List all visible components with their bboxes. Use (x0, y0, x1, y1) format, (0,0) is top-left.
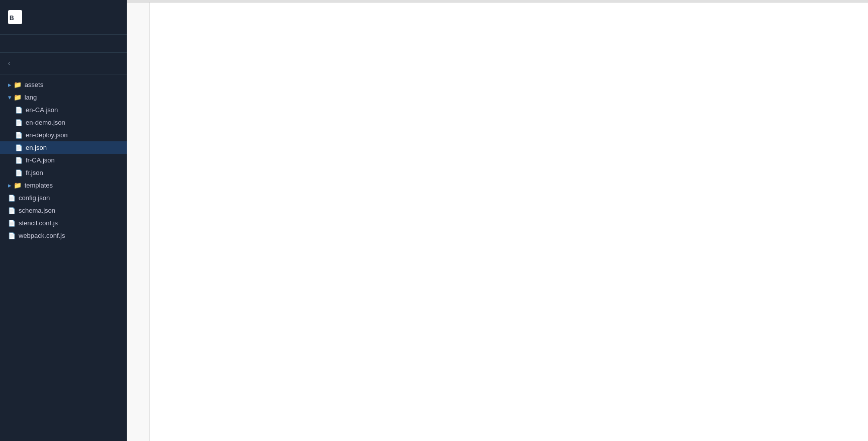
tree-item-label: stencil.conf.js (19, 219, 58, 227)
main-panel (127, 0, 868, 441)
file-icon: 📄 (8, 207, 16, 214)
tree-item-label: config.json (19, 194, 50, 202)
bigcommerce-logo-icon: B (8, 10, 22, 24)
tree-folder-templates[interactable]: ▸ 📁templates (0, 179, 127, 192)
chevron-left-icon: ‹ (8, 60, 10, 67)
svg-text:B: B (10, 15, 14, 22)
folder-icon: ▸ 📁 (8, 182, 22, 189)
tree-item-label: schema.json (19, 207, 55, 214)
tree-item-label: fr-CA.json (26, 156, 55, 164)
tree-file-en-deploy-json[interactable]: 📄en-deploy.json (0, 129, 127, 141)
file-icon: 📄 (15, 157, 23, 164)
tree-item-label: assets (25, 81, 44, 89)
code-content[interactable] (150, 3, 868, 441)
file-icon: 📄 (15, 144, 23, 151)
file-icon: 📄 (15, 169, 23, 177)
tree-item-label: en-CA.json (26, 106, 58, 114)
tree-file-fr-CA-json[interactable]: 📄fr-CA.json (0, 154, 127, 166)
line-numbers (127, 3, 150, 441)
file-icon: 📄 (8, 195, 16, 202)
sidebar: B ‹ ▸ 📁assets▾ 📁lang📄en-CA.json📄en-demo.… (0, 0, 127, 441)
folder-icon: ▾ 📁 (8, 94, 22, 101)
file-icon: 📄 (8, 220, 16, 227)
tree-folder-lang[interactable]: ▾ 📁lang (0, 91, 127, 104)
edit-theme-section[interactable]: ‹ (0, 53, 127, 74)
tree-item-label: templates (25, 182, 53, 189)
tree-file-fr-json[interactable]: 📄fr.json (0, 166, 127, 179)
tree-file-webpack-conf-js[interactable]: 📄webpack.conf.js (0, 229, 127, 242)
tree-file-en-demo-json[interactable]: 📄en-demo.json (0, 116, 127, 129)
tree-file-en-json[interactable]: 📄en.json (0, 141, 127, 154)
tree-item-label: webpack.conf.js (19, 232, 65, 239)
file-icon: 📄 (8, 232, 16, 239)
file-icon: 📄 (15, 132, 23, 139)
file-tree: ▸ 📁assets▾ 📁lang📄en-CA.json📄en-demo.json… (0, 74, 127, 441)
file-icon: 📄 (15, 119, 23, 126)
tree-item-label: en.json (26, 144, 47, 151)
tree-item-label: lang (25, 94, 37, 101)
file-icon: 📄 (15, 107, 23, 114)
tree-file-en-CA-json[interactable]: 📄en-CA.json (0, 104, 127, 116)
theme-info (0, 35, 127, 53)
sidebar-header: B (0, 0, 127, 35)
folder-icon: ▸ 📁 (8, 81, 22, 89)
tree-item-label: fr.json (26, 169, 43, 177)
code-editor[interactable] (127, 3, 868, 441)
tree-file-stencil-conf-js[interactable]: 📄stencil.conf.js (0, 217, 127, 229)
tree-file-schema-json[interactable]: 📄schema.json (0, 204, 127, 217)
logo: B (8, 10, 25, 24)
tree-folder-assets[interactable]: ▸ 📁assets (0, 78, 127, 91)
tree-item-label: en-demo.json (26, 119, 65, 126)
tree-file-config-json[interactable]: 📄config.json (0, 192, 127, 204)
tree-item-label: en-deploy.json (26, 131, 68, 139)
